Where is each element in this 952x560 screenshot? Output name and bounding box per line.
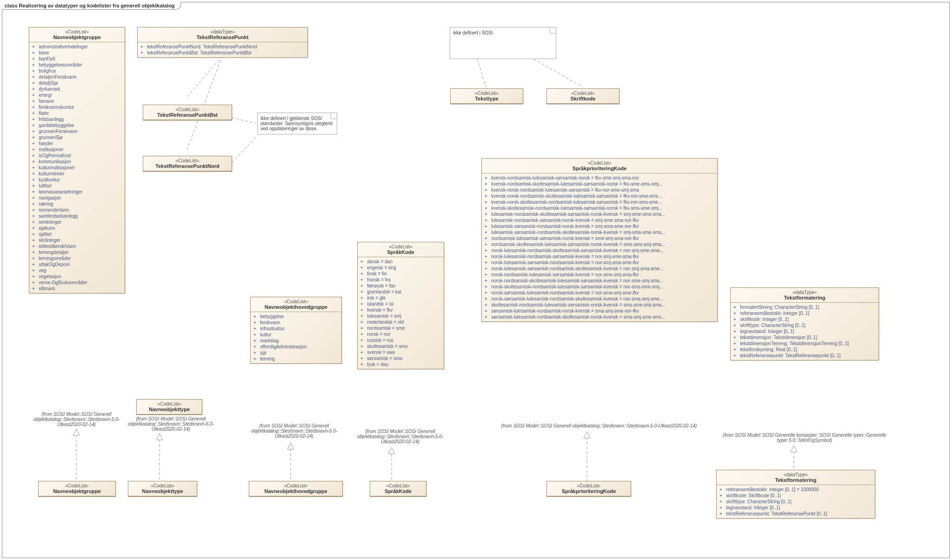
datatype-tekstreferansepunkt: «dataType»TekstReferansePunkt tekstRefer… [137, 27, 308, 58]
attribute: lulesamisk-nordsamisk-skoltesamisk-sørsa… [485, 211, 714, 217]
codelist-navneobjekthovedgruppe-realize: «CodeList»Navneobjekthovedgruppe [249, 481, 343, 497]
class-name: Navneobjekttype [140, 407, 199, 412]
attribute: skriftkode: Integer [0..1] [733, 316, 876, 322]
attribute: høyder [32, 140, 122, 147]
codelist-sprakkode: «CodeList»SpråkKode dansk = danengelsk =… [357, 242, 444, 369]
source-caption: (from SOSI Model::SOSI Generell objektka… [246, 423, 342, 439]
attribute: bebyggelse [253, 313, 339, 320]
attribute: sørsamisk = sma [360, 355, 441, 361]
attribute: næring [32, 201, 122, 207]
attribute: administrativeIndelinger [32, 44, 122, 50]
class-name: Teksttype [453, 96, 520, 101]
class-name: TekstReferansePunktNord [146, 163, 229, 169]
attribute: navigasjon [32, 195, 122, 201]
class-name: Skriftkode [550, 96, 616, 101]
attribute: skråninger [32, 237, 122, 243]
attribute: terrengdetaljer [32, 249, 122, 255]
source-caption: (from SOSI Model::SOSI Generell objektka… [481, 423, 717, 428]
attribute: kvensk-nordsamisk-skoltesamisk-lulesamis… [485, 181, 714, 187]
class-name: SpråkprioriteringKode [485, 166, 714, 171]
attribute: nederlandsk = nld [360, 319, 441, 325]
attribute: kvensk-nordsamisk-lulesamisk-sørsamisk-n… [485, 175, 714, 181]
attribute: sjøfart [32, 231, 122, 237]
class-name: SpråkKode [373, 488, 423, 494]
attribute: bebyggelsesområder [32, 62, 122, 68]
attribute: bane [32, 50, 122, 56]
attribute: uttakOgDeponi [32, 261, 122, 267]
attribute: skoltesamisk = sms [360, 343, 441, 349]
attribute: skriftkode: Skriftkode [0..1] [719, 493, 872, 499]
attribute: lulesamisk-sørsamisk-nordsamisk-skoltesa… [485, 229, 714, 235]
attribute: tekstReferansePunktØst: TekstReferansePu… [140, 50, 305, 56]
class-name: Navneobjekthovedgruppe [252, 488, 340, 494]
attribute: veg [32, 267, 122, 273]
attribute: dansk = dan [360, 259, 441, 265]
attribute: færøysk = fao [360, 283, 441, 289]
attribute: kulturminner [32, 171, 122, 177]
attribute: isOgPermafrost [32, 153, 122, 159]
stereotype: «CodeList» [32, 29, 122, 34]
attribute: fransk = fra [360, 277, 441, 283]
attribute: norsk-skoltesamisk-nordsamisk-lulesamisk… [485, 284, 714, 290]
attribute: fritidsanlegg [32, 116, 122, 122]
attribute: terreng [253, 356, 339, 362]
attribute: dyrkamark [32, 86, 122, 92]
attribute: lulesamisk-nordsamisk-sørsamisk-norsk-kv… [485, 217, 714, 223]
attribute: markslag [253, 338, 339, 344]
attribute: sørsamisk-lulesamisk-nordsamisk-norsk-kv… [485, 308, 714, 314]
codelist-navneobjekttype: «CodeList»Navneobjekttype [136, 399, 202, 415]
codelist-navneobjekthovedgruppe: «CodeList»Navneobjekthovedgruppe bebygge… [250, 297, 342, 364]
stereotype: «CodeList» [146, 107, 229, 112]
stereotype: «CodeList» [131, 483, 194, 488]
attribute: detaljeriFerskvann [32, 74, 122, 80]
attribute: nordsamisk-lulesamisk-sørsamisk-norsk-kv… [485, 235, 714, 241]
attribute: lulesamisk = smj [360, 313, 441, 319]
attribute: tekstReferansepunkt: TekstReferansepunkt… [733, 353, 876, 359]
attribute: formatertStreng: CharacterString [0..1] [733, 304, 876, 310]
attribute: detaljiSjø [32, 80, 122, 86]
attribute: kvensk-skoltesamisk-nordsamisk-lulesamis… [485, 205, 714, 211]
attribute: nordsamisk-skoltesamisk-lulesamisk-sørsa… [485, 241, 714, 247]
attribute: norsk-lulesamisk-nordsamisk-skoltesamisk… [485, 247, 714, 253]
attribute: institusjoner [32, 147, 122, 153]
codelist-sprakkode-realize: «CodeList»SpråkKode [370, 481, 426, 497]
codelist-tekstreferansepunktnord: «CodeList»TekstReferansePunktNord [143, 156, 232, 172]
stereotype: «CodeList» [252, 483, 340, 488]
attribute: norsk-nordsamisk-skoltesamisk-lulesamisk… [485, 278, 714, 284]
codelist-teksttype: «CodeList»Teksttype [450, 88, 523, 104]
attribute: norsk-lulesamisk-sørsamisk-nordsamisk-kv… [485, 260, 714, 266]
attribute: tekstReferansePunktNord: TekstReferanseP… [140, 44, 305, 50]
codelist-tekstreferansepunktost: «CodeList»TekstReferansePunktØst [143, 105, 232, 120]
attribute: våtmark [32, 286, 122, 292]
codelist-skriftkode: «CodeList»Skriftkode [546, 88, 619, 104]
stereotype: «CodeList» [373, 483, 423, 488]
stereotype: «CodeList» [550, 483, 628, 488]
class-name: SpråkKode [360, 249, 441, 255]
attribute: tekstforskyvning: Real [0..1] [733, 347, 876, 353]
stereotype: «CodeList» [453, 91, 520, 96]
attribute: grunneriFerskvann [32, 128, 122, 134]
attribute: senkninger [32, 219, 122, 225]
attribute: offentligAdministrasjon [253, 344, 339, 350]
source-caption: (from SOSI Model::SOSI Generell objektka… [123, 416, 219, 432]
attribute: flater [32, 110, 122, 116]
attribute: sjøbunn [32, 225, 122, 231]
stereotype: «CodeList» [360, 244, 441, 249]
attribute: svensk = swe [360, 349, 441, 355]
stereotype: «CodeList» [41, 483, 113, 488]
attribute: irsk = gle [360, 295, 441, 301]
attribute: bolighus [32, 68, 122, 74]
attribute: grønlandsk = kal [360, 289, 441, 295]
attribute: kulturinstitusjoner [32, 165, 122, 171]
attribute: norsk-sørsamisk-lulesamisk-nordsamisk-kv… [485, 290, 714, 296]
attribute: tekstReferansepunkt: TekstReferansePunkt… [719, 511, 872, 517]
stereotype: «dataType» [719, 472, 872, 477]
source-caption: (from SOSI Model::SOSI Generell objektka… [353, 429, 448, 444]
attribute: norsk-sørsamisk-lulesamisk-nordsamisk-sk… [485, 296, 714, 302]
attribute: ferskvannskontur [32, 104, 122, 110]
attribute: terrengområder [32, 255, 122, 261]
attribute: islandsk = isl [360, 301, 441, 307]
attribute: norsk = nor [360, 331, 441, 337]
note-sosi-standarder: Ikke definert i gjeldende SOSI standarde… [257, 113, 337, 134]
attribute: tekstdimensjonTerreng: TekstdimensjonTer… [733, 340, 876, 347]
